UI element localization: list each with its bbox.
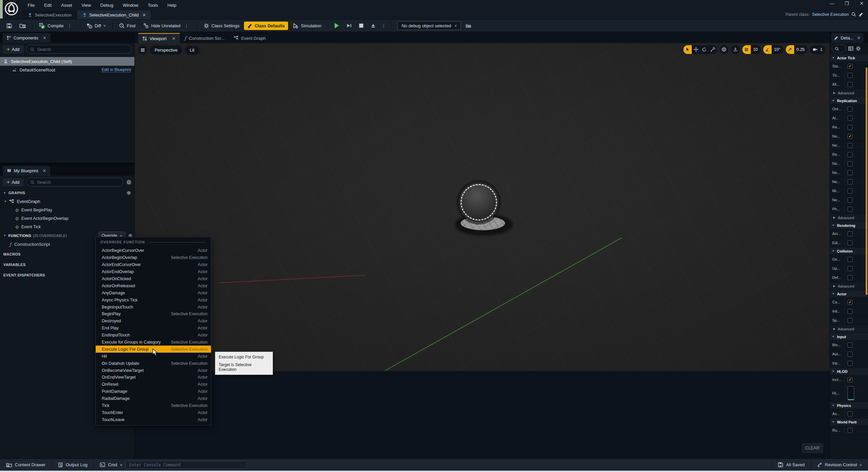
override-menu-item[interactable]: Tick Selective Execution — [96, 402, 211, 409]
override-menu-item[interactable]: EndInputTouch Actor — [96, 332, 211, 339]
override-menu-item[interactable]: ActorBeginCursorOver Actor — [96, 247, 211, 254]
add-graph-icon[interactable]: ⊕ — [127, 190, 131, 196]
cmd-dropdown-button[interactable]: Cmd ∨ — [96, 460, 125, 469]
details-section-header[interactable]: ▼ Actor — [830, 290, 868, 298]
override-menu-item[interactable]: Async Physics Tick Actor — [96, 296, 211, 303]
compile-options-icon[interactable]: ⋮ — [66, 23, 73, 28]
details-section-header[interactable]: ▼ Replication — [830, 97, 868, 105]
override-menu-item[interactable]: Execute for Groups in Category Selective… — [96, 339, 211, 346]
property-checkbox[interactable]: ✓ — [847, 134, 852, 139]
eject-button[interactable] — [368, 22, 379, 30]
hide-unrelated-options-icon[interactable]: ⋮ — [183, 23, 190, 28]
components-search-input[interactable]: Search — [26, 45, 132, 54]
save-button[interactable] — [3, 21, 15, 30]
my-blueprint-search-input[interactable]: Search — [26, 178, 123, 186]
override-menu-item[interactable]: TouchLeave Actor — [96, 416, 211, 423]
details-section-header[interactable]: ▼ HLOD — [830, 368, 868, 375]
expand-triangle-icon[interactable]: ▼ — [4, 200, 7, 203]
property-checkbox[interactable]: ✓ — [847, 386, 854, 400]
maximize-icon[interactable]: ❐ — [844, 1, 850, 6]
property-checkbox[interactable]: ✓ — [847, 377, 852, 382]
grid-snap-control[interactable]: 10 — [742, 45, 761, 54]
tab-viewport[interactable]: Viewport ✕ — [138, 33, 180, 43]
minimize-icon[interactable]: — — [829, 1, 835, 6]
menu-item[interactable]: Asset — [56, 1, 77, 9]
world-gizmo-button[interactable] — [719, 45, 728, 54]
surface-snap-button[interactable] — [731, 45, 740, 54]
browse-content-button[interactable] — [17, 21, 29, 30]
property-checkbox[interactable]: ✓ — [847, 179, 852, 184]
details-settings-gear-icon[interactable] — [856, 46, 861, 51]
menu-item[interactable]: Help — [163, 1, 181, 9]
close-icon[interactable]: ✕ — [857, 35, 861, 40]
compile-button[interactable]: Compile ⋮ — [36, 21, 76, 31]
details-scrollbar[interactable] — [866, 67, 867, 295]
property-checkbox[interactable]: ✓ — [847, 428, 852, 433]
menu-item[interactable]: Edit — [39, 1, 56, 9]
rotate-tool-button[interactable] — [700, 45, 709, 54]
document-tab[interactable]: SelectiveExecution ✕ — [23, 10, 76, 19]
property-checkbox[interactable]: ✓ — [847, 161, 852, 166]
override-menu-item[interactable]: TouchEnter Actor — [96, 409, 211, 416]
property-checkbox[interactable]: ✓ — [847, 240, 852, 245]
property-checkbox[interactable]: ✓ — [847, 352, 852, 357]
search-icon[interactable] — [851, 12, 856, 17]
move-tool-button[interactable] — [692, 45, 700, 54]
property-checkbox[interactable]: ✓ — [847, 64, 852, 69]
override-menu-item[interactable]: AnyDamage Actor — [96, 289, 211, 296]
property-checkbox[interactable]: ✓ — [847, 170, 852, 175]
override-menu-item[interactable]: BeginPlay Selective Execution — [96, 311, 211, 318]
debug-browse-button[interactable] — [462, 21, 474, 30]
override-menu-item[interactable]: End Play Actor — [96, 325, 211, 332]
scale-tool-button[interactable] — [709, 45, 717, 54]
close-icon[interactable]: ✕ — [859, 1, 865, 6]
property-checkbox[interactable]: ✓ — [847, 257, 852, 262]
select-tool-button[interactable] — [683, 45, 692, 54]
find-button[interactable]: Find — [116, 21, 138, 30]
advanced-row[interactable]: ▶ Advanced — [830, 214, 868, 222]
property-checkbox[interactable]: ✓ — [847, 116, 852, 121]
property-checkbox[interactable]: ✓ — [847, 152, 852, 157]
tab-components[interactable]: Components ✕ — [3, 33, 51, 43]
override-menu-item[interactable]: RadialDamage Actor — [96, 395, 211, 402]
override-menu-item[interactable]: PointDamage Actor — [96, 388, 211, 395]
override-menu-item[interactable]: ActorEndOverlap Actor — [96, 268, 211, 275]
details-section-header[interactable]: ▼ Collision — [830, 247, 868, 255]
output-log-button[interactable]: Output Log — [55, 460, 91, 470]
property-checkbox[interactable]: ✓ — [847, 343, 852, 348]
details-section-header[interactable]: ▼ Physics — [830, 402, 868, 409]
property-checkbox[interactable]: ✓ — [847, 143, 852, 148]
details-search-input[interactable] — [832, 45, 846, 53]
close-tab-icon[interactable]: ✕ — [143, 12, 146, 18]
advanced-row[interactable]: ▶ Advanced — [830, 89, 868, 97]
property-checkbox[interactable]: ✓ — [847, 411, 852, 416]
advanced-row[interactable]: ▶ Advanced — [830, 325, 868, 333]
property-checkbox[interactable]: ✓ — [847, 361, 852, 366]
property-checkbox[interactable]: ✓ — [847, 309, 852, 314]
property-checkbox[interactable]: ✓ — [847, 300, 852, 305]
hide-unrelated-button[interactable]: Hide Unrelated ⋮ — [140, 21, 193, 30]
viewport-menu-button[interactable] — [138, 46, 147, 55]
details-section-header[interactable]: ▼ Input — [830, 333, 868, 341]
all-saved-button[interactable]: All Saved — [774, 460, 808, 470]
override-menu-item[interactable]: BeginInputTouch Actor — [96, 303, 211, 311]
details-section-header[interactable]: ▼ Actor Tick — [830, 54, 868, 62]
override-menu-item[interactable]: OnReset Actor — [96, 381, 211, 388]
play-options-icon[interactable]: ⋮ — [380, 23, 388, 28]
perspective-dropdown[interactable]: Perspective — [150, 46, 182, 55]
menu-item[interactable]: File — [23, 1, 39, 9]
event-row[interactable]: ◆ Event Tick — [0, 223, 134, 231]
add-blueprint-item-button[interactable]: + Add — [3, 178, 24, 186]
class-settings-button[interactable]: Class Settings — [200, 21, 243, 30]
advanced-row[interactable]: ▶ Advanced — [830, 282, 868, 290]
stop-button[interactable] — [356, 22, 366, 29]
property-checkbox[interactable]: ✓ — [847, 125, 852, 130]
override-menu-item[interactable]: ActorOnClicked Actor — [96, 275, 211, 283]
event-row[interactable]: ◆ Event BeginPlay — [0, 206, 134, 214]
viewport-3d-canvas[interactable] — [135, 43, 830, 371]
property-checkbox[interactable]: ✓ — [847, 231, 852, 236]
component-row-scene-root[interactable]: DefaultSceneRoot Edit in Blueprint — [0, 66, 134, 74]
clear-button[interactable]: CLEAR — [802, 443, 823, 453]
class-defaults-button[interactable]: Class Defaults — [244, 22, 288, 30]
menu-item[interactable]: Tools — [143, 1, 162, 9]
